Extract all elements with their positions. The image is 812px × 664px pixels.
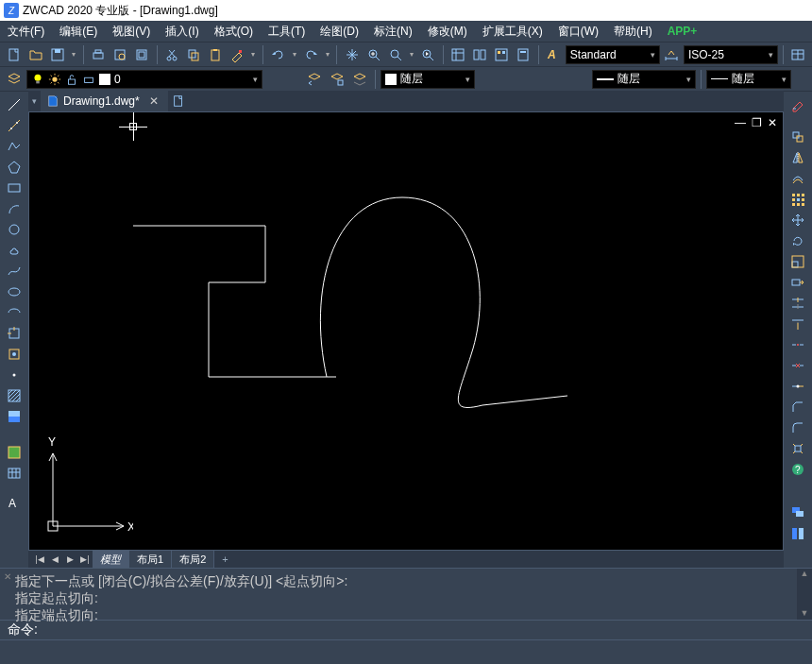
layout-tab-model[interactable]: 模型 — [93, 551, 129, 568]
offset-tool[interactable] — [787, 169, 808, 188]
block-create-tool[interactable] — [4, 345, 25, 364]
point-tool[interactable] — [4, 366, 25, 384]
layer-state-button[interactable] — [327, 69, 347, 90]
layer-combo[interactable]: 0 ▾ — [26, 70, 262, 89]
table-tool[interactable] — [4, 464, 25, 483]
menu-express[interactable]: 扩展工具(X) — [475, 21, 550, 42]
calc-button[interactable] — [514, 44, 533, 65]
menu-window[interactable]: 窗口(W) — [550, 21, 606, 42]
revcloud-tool[interactable] — [4, 241, 25, 260]
rectangle-tool[interactable] — [4, 179, 25, 197]
menu-edit[interactable]: 编辑(E) — [52, 21, 105, 42]
join-tool[interactable] — [787, 377, 808, 396]
color-combo[interactable]: 随层 ▾ — [381, 70, 475, 89]
menu-modify[interactable]: 修改(M) — [420, 21, 475, 42]
scale-tool[interactable] — [787, 252, 808, 271]
history-scrollbar[interactable]: ▲▼ — [797, 569, 812, 620]
paste-button[interactable] — [206, 44, 226, 65]
zoom-window-button[interactable] — [385, 44, 405, 65]
document-tab-close[interactable]: ✕ — [149, 94, 159, 108]
linetype-combo[interactable]: 随层 ▾ — [592, 70, 696, 89]
save-button[interactable] — [47, 44, 67, 65]
fillet-tool[interactable] — [787, 418, 808, 437]
publish-button[interactable] — [132, 44, 152, 65]
layout-tab-1[interactable]: 布局1 — [129, 551, 172, 568]
break-tool[interactable] — [787, 356, 808, 375]
hatch-tool[interactable] — [4, 386, 25, 405]
drawing-canvas[interactable]: — ❐ ✕ Y X — [28, 111, 784, 551]
properties-button[interactable] — [448, 44, 468, 65]
layout-tab-2[interactable]: 布局2 — [172, 551, 214, 568]
redo-button[interactable] — [301, 44, 321, 65]
copy-button[interactable] — [184, 44, 204, 65]
erase-tool[interactable] — [787, 95, 808, 114]
save-dropdown[interactable]: ▾ — [69, 50, 78, 59]
text-style-combo[interactable]: Standard ▾ — [566, 45, 660, 64]
pan-button[interactable] — [342, 44, 362, 65]
menu-view[interactable]: 视图(V) — [105, 21, 158, 42]
print-button[interactable] — [89, 44, 109, 65]
zoom-dropdown[interactable]: ▾ — [407, 50, 416, 59]
new-file-button[interactable] — [4, 44, 24, 65]
undo-dropdown[interactable]: ▾ — [290, 50, 299, 59]
menu-file[interactable]: 文件(F) — [0, 21, 52, 42]
zoom-previous-button[interactable] — [418, 44, 438, 65]
zoom-realtime-button[interactable] — [364, 44, 383, 65]
layer-iso-button[interactable] — [349, 69, 370, 90]
polyline-tool[interactable] — [4, 137, 25, 156]
copy-tool[interactable] — [787, 128, 808, 146]
table-style-button[interactable] — [788, 44, 808, 65]
mirror-tool[interactable] — [787, 148, 808, 167]
menu-format[interactable]: 格式(O) — [207, 21, 261, 42]
dim-style-combo[interactable]: ISO-25 ▾ — [684, 45, 778, 64]
cut-button[interactable] — [162, 44, 182, 65]
xline-tool[interactable] — [4, 116, 25, 135]
dim-style-button[interactable] — [662, 44, 682, 65]
document-tab[interactable]: Drawing1.dwg* ✕ — [41, 91, 168, 111]
design-center-button[interactable] — [470, 44, 490, 65]
window-tile-button[interactable] — [787, 524, 808, 543]
doc-tabs-prev[interactable]: ▾ — [28, 96, 41, 106]
menu-tools[interactable]: 工具(T) — [261, 21, 313, 42]
rotate-tool[interactable] — [787, 231, 808, 250]
cmdhistory-close-icon[interactable]: ✕ — [4, 570, 11, 583]
menu-dim[interactable]: 标注(N) — [366, 21, 420, 42]
open-file-button[interactable] — [25, 44, 45, 65]
trim-tool[interactable] — [787, 294, 808, 313]
break-point-tool[interactable] — [787, 335, 808, 354]
tool-palette-button[interactable] — [492, 44, 512, 65]
arc-tool[interactable] — [4, 199, 25, 218]
layer-previous-button[interactable] — [304, 69, 325, 90]
redo-dropdown[interactable]: ▾ — [323, 50, 332, 59]
command-input[interactable] — [42, 622, 804, 638]
window-cascade-button[interactable] — [787, 503, 808, 522]
layout-nav-first[interactable]: |◀ — [32, 552, 47, 567]
layout-nav-last[interactable]: ▶| — [77, 552, 93, 567]
gradient-tool[interactable] — [4, 407, 25, 426]
layer-manager-button[interactable] — [4, 69, 25, 90]
polygon-tool[interactable] — [4, 158, 25, 177]
array-tool[interactable] — [787, 190, 808, 209]
circle-tool[interactable] — [4, 220, 25, 239]
lineweight-combo[interactable]: 随层 ▾ — [706, 70, 791, 89]
layout-add-button[interactable]: + — [214, 553, 235, 565]
help-button[interactable]: ? — [787, 460, 808, 479]
layout-nav-next[interactable]: ▶ — [62, 552, 77, 567]
undo-button[interactable] — [268, 44, 288, 65]
menu-insert[interactable]: 插入(I) — [158, 21, 206, 42]
line-tool[interactable] — [4, 95, 25, 114]
mtext-tool[interactable]: A — [4, 494, 25, 513]
match-properties-button[interactable] — [228, 44, 247, 65]
block-insert-tool[interactable] — [4, 324, 25, 343]
move-tool[interactable] — [787, 211, 808, 230]
print-preview-button[interactable] — [110, 44, 130, 65]
ellipse-tool[interactable] — [4, 282, 25, 301]
menu-help[interactable]: 帮助(H) — [606, 21, 660, 42]
stretch-tool[interactable] — [787, 273, 808, 292]
explode-tool[interactable] — [787, 439, 808, 458]
menu-draw[interactable]: 绘图(D) — [313, 21, 366, 42]
matchprops-dropdown[interactable]: ▾ — [249, 50, 259, 59]
chamfer-tool[interactable] — [787, 398, 808, 417]
text-style-button[interactable]: A — [544, 44, 564, 65]
extend-tool[interactable] — [787, 315, 808, 333]
